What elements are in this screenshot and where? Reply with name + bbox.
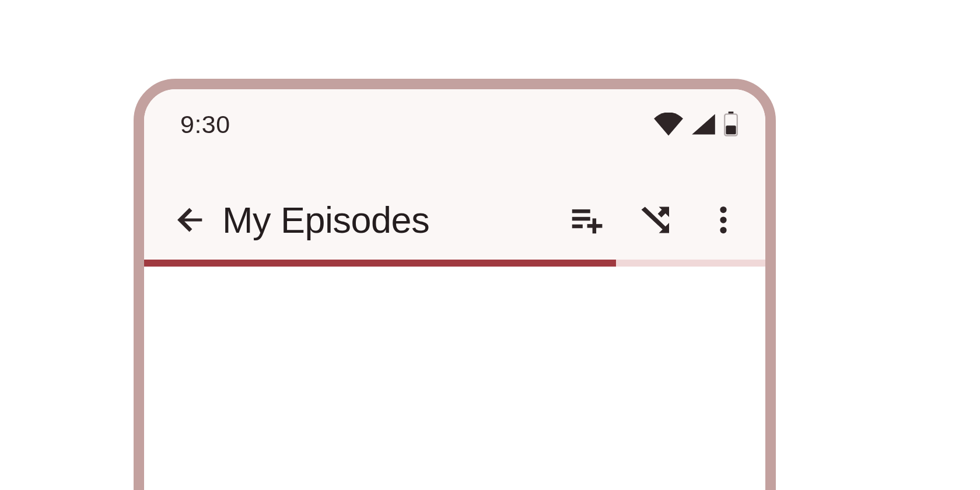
signal-icon (691, 113, 716, 136)
status-time: 9:30 (180, 110, 230, 139)
svg-rect-3 (572, 209, 590, 213)
svg-rect-2 (726, 125, 736, 134)
progress-bar (144, 260, 765, 267)
progress-bar-fill (144, 260, 616, 267)
more-vert-icon (709, 202, 737, 237)
shuffle-icon (637, 202, 672, 237)
status-bar: 9:30 (144, 89, 765, 159)
playlist-add-button[interactable] (556, 191, 615, 249)
battery-icon (723, 111, 738, 137)
svg-marker-8 (658, 207, 669, 218)
svg-rect-4 (572, 217, 590, 220)
back-arrow-icon (174, 203, 208, 237)
device-frame: 9:30 (134, 79, 776, 490)
wifi-icon (653, 113, 684, 136)
svg-rect-7 (587, 224, 603, 228)
screen: 9:30 (144, 89, 765, 490)
back-button[interactable] (162, 191, 220, 249)
more-button[interactable] (694, 191, 752, 249)
page-title: My Episodes (222, 199, 429, 241)
svg-rect-5 (572, 225, 583, 228)
svg-point-12 (720, 227, 726, 233)
playlist-add-icon (568, 202, 604, 238)
svg-point-11 (720, 216, 726, 223)
svg-point-10 (720, 206, 726, 213)
shuffle-button[interactable] (625, 191, 684, 249)
app-bar: My Episodes (144, 180, 765, 260)
